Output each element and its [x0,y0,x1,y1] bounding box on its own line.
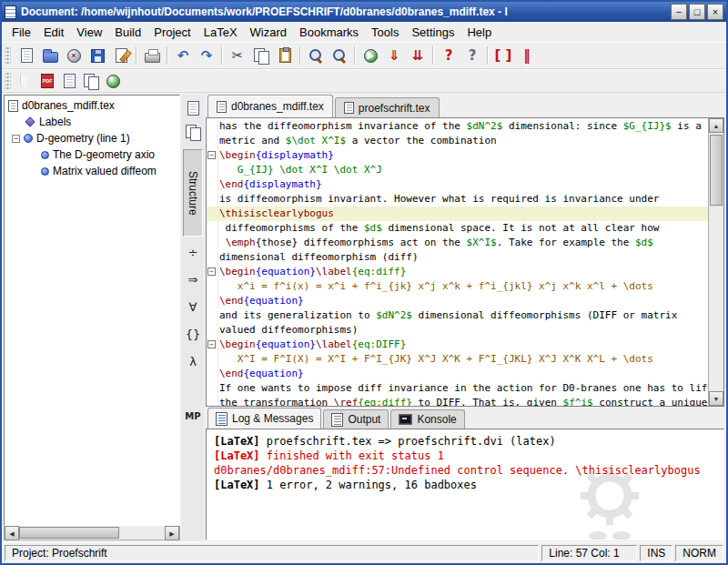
paste-icon [279,48,291,63]
save-button[interactable] [86,44,109,67]
maximize-button[interactable]: □ [689,4,705,20]
latex-button[interactable]: ⇓ [382,44,406,67]
latex-help-button[interactable]: ? [437,44,460,67]
menu-bookmarks[interactable]: Bookmarks [293,24,365,41]
fold-marker-icon[interactable]: − [207,151,216,159]
text-editor[interactable]: has the diffeomorphism invariance of the… [207,118,708,406]
editor-tab-1[interactable]: proefschrift.tex [335,97,440,117]
print-button[interactable] [140,44,164,67]
display-math-button[interactable]: [ ] [491,44,515,67]
new-file-button[interactable] [15,44,38,67]
greek-letters-tab[interactable]: λ [183,349,203,373]
editor-line: \end{equation} [207,294,708,308]
menu-tools[interactable]: Tools [365,24,405,41]
tree-item-1-0[interactable]: The D-geometry axio [5,146,179,163]
delimiters-tab[interactable]: {} [183,322,203,346]
toolbar-separator [487,46,489,65]
editor-v-scrollbar[interactable] [708,118,723,406]
structure-tree[interactable]: d0branes_mdiff.texLabels−D-geometry (lin… [4,95,180,526]
environment-button[interactable]: ‖ [515,44,539,67]
cut-button[interactable]: ✂ [226,44,249,67]
fold-marker-icon[interactable]: − [207,340,216,348]
arrow-symbols-tab[interactable]: ⇒ [183,267,203,291]
editor-line: has the diffeomorphism invariance of the… [207,119,708,134]
minimize-button[interactable]: − [671,4,687,20]
editor-line: dimensional diffeomorphism (diff) [207,250,708,265]
output-icon [331,413,343,427]
log-messages-tab[interactable]: Log & Messages [207,408,321,429]
toolbar-handle[interactable] [5,72,11,90]
tree-item-1[interactable]: −D-geometry (line 1) [5,130,179,146]
context-help-button[interactable]: ? [460,44,484,67]
undo-button[interactable]: ↶ [171,44,195,67]
toolbar-handle[interactable] [5,46,11,65]
scroll-thumb[interactable] [710,135,723,206]
output-tab[interactable]: Output [323,409,389,429]
editor-view: has the diffeomorphism invariance of the… [206,117,724,407]
subsection-icon [41,151,49,159]
makeindex-button[interactable] [80,71,102,91]
konsole-icon [399,414,412,425]
replace-button[interactable] [328,44,351,67]
tex-file-icon [344,102,354,114]
scroll-thumb[interactable] [19,527,119,539]
scroll-down-button[interactable] [709,391,723,406]
scroll-right-button[interactable] [165,526,179,540]
menu-build[interactable]: Build [108,24,147,41]
redo-button[interactable]: ↷ [195,44,218,67]
bottom-tab-label: Output [348,413,380,426]
redo-icon: ↷ [201,49,213,63]
bibtex-button[interactable] [58,71,80,91]
latex-help-icon: ? [445,49,453,63]
relation-symbols-tab[interactable]: ÷ [183,240,203,264]
menu-latex[interactable]: LaTeX [197,24,244,41]
toolbar-separator [432,46,434,65]
toolbar-separator [136,46,137,65]
konsole-tab[interactable]: Konsole [390,409,464,429]
view-pdf-button[interactable]: PDF [36,71,58,91]
scroll-track[interactable] [19,526,165,540]
scroll-left-button[interactable] [5,526,19,540]
menu-settings[interactable]: Settings [405,24,460,41]
menu-edit[interactable]: Edit [37,24,70,41]
status-edit-mode: NORM [675,545,723,561]
find-button[interactable] [304,44,328,67]
save-icon [91,49,105,63]
makeindex-icon [84,74,98,88]
sidebar-h-scrollbar[interactable] [4,526,180,540]
view-dvi-button[interactable]: ⇊ [406,44,430,67]
window-icon [5,5,16,19]
menu-help[interactable]: Help [460,24,498,41]
close-button[interactable]: × [707,4,723,20]
statusbar: Project: Proefschrift Line: 57 Col: 1 IN… [2,542,726,563]
open-files-tab-button[interactable] [183,96,203,120]
save-as-icon [116,48,127,63]
watch-file-button[interactable] [15,71,36,91]
scroll-up-button[interactable] [709,118,723,133]
scroll-track[interactable] [709,133,723,391]
tree-item-0[interactable]: Labels [5,114,179,130]
misc-symbols-tab[interactable]: ∀ [183,295,203,318]
close-file-button[interactable]: × [62,44,86,67]
fold-marker-icon[interactable]: − [207,267,216,276]
preview-button[interactable] [102,71,124,91]
copy-button[interactable] [249,44,273,67]
save-as-button[interactable] [109,44,133,67]
editor-tab-0[interactable]: d0branes_mdiff.tex [207,95,333,117]
menu-view[interactable]: View [70,24,108,41]
menu-file[interactable]: File [5,24,37,41]
tree-item-root[interactable]: d0branes_mdiff.tex [5,97,179,114]
tree-expander-icon[interactable]: − [12,135,20,143]
menu-wizard[interactable]: Wizard [244,24,293,41]
paste-button[interactable] [273,44,297,67]
menu-project[interactable]: Project [147,24,197,41]
tree-item-1-1[interactable]: Matrix valued diffeom [5,163,179,179]
editor-line: valued diffeomorphisms) [207,323,708,338]
metapost-tab[interactable]: MP [183,404,203,428]
titlebar[interactable]: Document: /home/wijnhout/Documents/work/… [2,2,726,22]
structure-tab[interactable]: Structure [183,149,203,237]
open-file-button[interactable] [38,44,62,67]
project-files-tab-button[interactable] [183,120,203,144]
cut-icon: ✂ [232,49,244,63]
quickbuild-button[interactable]: ▶ [359,44,382,67]
